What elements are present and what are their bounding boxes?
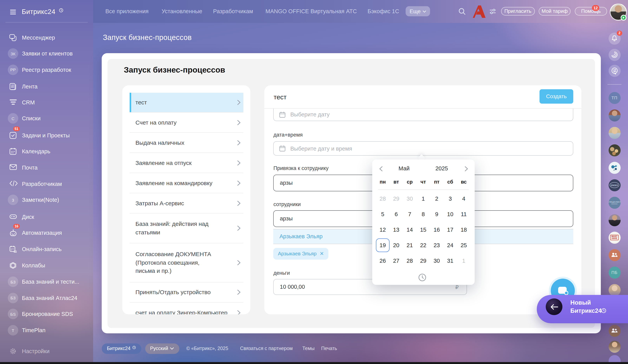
sidebar-item[interactable]: Почта xyxy=(0,161,93,174)
process-item[interactable]: Затраты А-сервис xyxy=(129,193,243,214)
day-cell[interactable]: 8 xyxy=(416,206,430,222)
sidebar-item[interactable]: 51Задачи и Проекты xyxy=(0,129,93,142)
sidebar-item[interactable]: Разработчикам xyxy=(0,178,93,190)
day-cell[interactable]: 2 xyxy=(430,191,444,206)
day-cell[interactable]: 28 xyxy=(403,253,416,268)
brand-logo[interactable]: Битрикс24 xyxy=(22,8,55,16)
sidebar-item[interactable]: Мессенджер xyxy=(0,31,93,44)
day-cell[interactable]: 3 xyxy=(443,191,457,206)
chat-avatar-photo[interactable] xyxy=(608,127,621,139)
sidebar-item[interactable]: ССписки xyxy=(0,112,93,125)
sidebar-item-settings[interactable]: Настройки xyxy=(0,345,93,358)
tab-installed[interactable]: Установленные xyxy=(162,0,202,23)
day-cell[interactable]: 12 xyxy=(376,222,390,237)
day-cell[interactable]: 22 xyxy=(416,237,430,253)
sidebar-item[interactable]: ТTimePlan xyxy=(0,324,93,336)
chat-avatar-tp[interactable]: ТП xyxy=(608,92,621,104)
day-cell[interactable]: 26 xyxy=(376,253,390,268)
sidebar-item[interactable]: БЗБаза знаний Атлас24 xyxy=(0,292,93,304)
sidebar-item[interactable]: ЗКЗаявки от клиентов xyxy=(0,47,93,60)
day-cell[interactable]: 1 xyxy=(416,191,430,206)
help-button[interactable]: Помощь xyxy=(575,7,607,15)
process-item[interactable]: Согласование ДОКУМЕНТА (Протокола совеща… xyxy=(129,243,243,282)
my-tariff-button[interactable]: Мой тариф xyxy=(539,7,570,15)
day-cell[interactable]: 7 xyxy=(403,206,416,222)
tab-developers[interactable]: Разработчикам xyxy=(213,0,253,23)
sidebar-item[interactable]: Календарь xyxy=(0,145,93,157)
chat-avatar-engeo[interactable]: ENGEO xyxy=(608,179,621,191)
day-cell[interactable]: 6 xyxy=(390,206,403,222)
day-cell[interactable]: 30 xyxy=(403,191,416,206)
process-item[interactable]: Заявление на командировку xyxy=(129,173,243,193)
day-cell[interactable]: 4 xyxy=(457,191,471,206)
process-item[interactable]: Принять/Отдать устройство xyxy=(129,282,243,302)
chat-avatar-dogs[interactable] xyxy=(608,144,621,156)
day-cell[interactable]: 14 xyxy=(403,222,416,237)
chat-sync-button[interactable] xyxy=(608,65,621,77)
day-cell[interactable]: 28 xyxy=(376,191,390,206)
day-cell[interactable]: 1 xyxy=(457,253,471,268)
day-cell[interactable]: 9 xyxy=(430,206,444,222)
tab-backoffice-1c[interactable]: Бэкофис 1С xyxy=(368,0,399,23)
day-cell[interactable]: 30 xyxy=(430,253,444,268)
process-item[interactable]: Выдача наличных xyxy=(129,133,243,153)
prev-month-button[interactable] xyxy=(377,165,385,172)
language-selector[interactable]: Русский xyxy=(145,343,179,354)
day-cell[interactable]: 23 xyxy=(430,237,444,253)
day-cell[interactable]: 25 xyxy=(457,237,471,253)
process-item[interactable]: Заявление на отпуск xyxy=(129,153,243,173)
new-bitrix-banner[interactable]: Новый Битрикс24 xyxy=(537,295,628,323)
sidebar-item[interactable]: Диск xyxy=(0,211,93,223)
remove-tag-icon[interactable]: ✕ xyxy=(320,251,324,257)
search-icon[interactable] xyxy=(458,8,466,15)
sidebar-item[interactable]: 3Заметки(Note) xyxy=(0,194,93,206)
day-cell[interactable]: 27 xyxy=(390,253,403,268)
day-cell[interactable]: 11 xyxy=(457,206,471,222)
sidebar-item[interactable]: РРРеестр разработок xyxy=(0,64,93,76)
banner-back-button[interactable] xyxy=(546,298,562,315)
day-cell[interactable]: 10 xyxy=(443,206,457,222)
chat-avatar-photo[interactable] xyxy=(608,341,621,353)
day-cell[interactable]: 29 xyxy=(390,191,403,206)
day-cell[interactable]: 24 xyxy=(443,237,457,253)
a-logo[interactable] xyxy=(471,5,486,18)
footer-brand[interactable]: Битрикс24 xyxy=(101,343,141,354)
process-item[interactable]: База знаний: действия над статьями xyxy=(129,214,243,243)
day-cell[interactable]: 19 xyxy=(376,237,390,253)
sidebar-item[interactable]: Онлайн-запись xyxy=(0,243,93,255)
create-button[interactable]: Создать xyxy=(540,89,573,103)
tab-all-apps[interactable]: Все приложения xyxy=(105,0,149,23)
day-cell[interactable]: 15 xyxy=(416,222,430,237)
day-cell[interactable]: 17 xyxy=(443,222,457,237)
copilot-button[interactable] xyxy=(608,49,621,61)
footer-print-link[interactable]: Печать xyxy=(321,343,337,354)
chat-avatar-musthave[interactable]: MUST HAVE xyxy=(608,231,621,243)
year-select[interactable]: 2025 xyxy=(430,165,453,171)
menu-icon[interactable] xyxy=(10,10,16,14)
sidebar-item[interactable]: БSБронирование SDS xyxy=(0,308,93,320)
day-cell[interactable]: 5 xyxy=(376,206,390,222)
sidebar-item[interactable]: 16Автоматизация xyxy=(0,227,93,239)
process-item[interactable]: тест xyxy=(129,93,243,113)
chat-avatar-logo[interactable] xyxy=(608,162,621,174)
invite-button[interactable]: Пригласить xyxy=(501,7,535,15)
process-item[interactable]: Счет на оплату xyxy=(129,113,243,133)
next-month-button[interactable] xyxy=(462,165,470,172)
more-button[interactable]: Еще xyxy=(406,6,430,16)
sidebar-item[interactable]: Коллабы xyxy=(0,259,93,272)
chat-avatar-group[interactable] xyxy=(608,325,621,337)
day-cell[interactable]: 13 xyxy=(390,222,403,237)
date-input[interactable]: Выберите дату xyxy=(273,108,573,121)
footer-themes-link[interactable]: Темы xyxy=(302,343,314,354)
tab-mango-office[interactable]: MANGO OFFICE Виртуальная АТС xyxy=(265,0,357,23)
chat-avatar-group[interactable] xyxy=(608,249,621,261)
chat-avatar-photo[interactable] xyxy=(608,109,621,121)
selected-user-tag[interactable]: Арзыкаев Эльяр✕ xyxy=(273,248,328,259)
month-select[interactable]: Май xyxy=(392,165,416,171)
chat-avatar-photo[interactable] xyxy=(608,284,621,296)
sidebar-item[interactable]: БЗБаза знаний и тести... xyxy=(0,276,93,288)
datetime-input[interactable]: Выберите дату и время xyxy=(273,141,573,156)
day-cell[interactable]: 20 xyxy=(390,237,403,253)
chat-avatar-specialist[interactable]: СПЕЦИАЛИСТ xyxy=(608,197,621,209)
sidebar-item[interactable]: CRM xyxy=(0,96,93,109)
